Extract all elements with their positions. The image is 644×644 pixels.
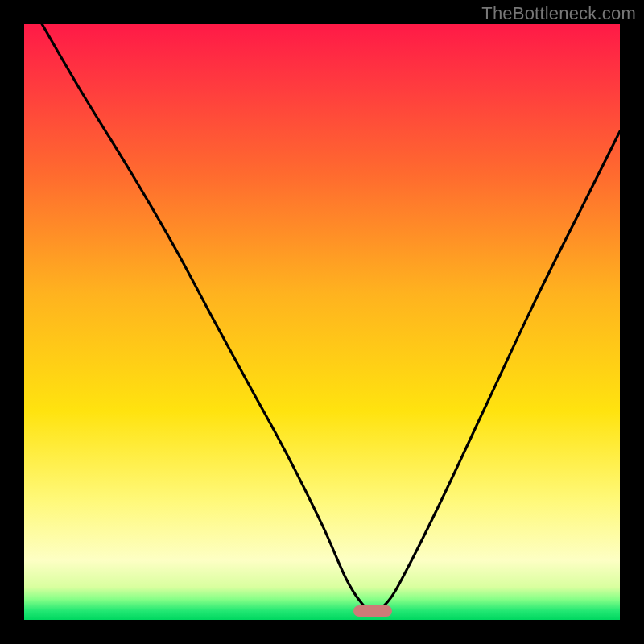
chart-frame: TheBottleneck.com [0,0,644,644]
optimal-marker [353,605,392,617]
watermark-text: TheBottleneck.com [481,3,636,24]
plot-area [24,24,620,620]
bottleneck-curve [24,24,620,620]
